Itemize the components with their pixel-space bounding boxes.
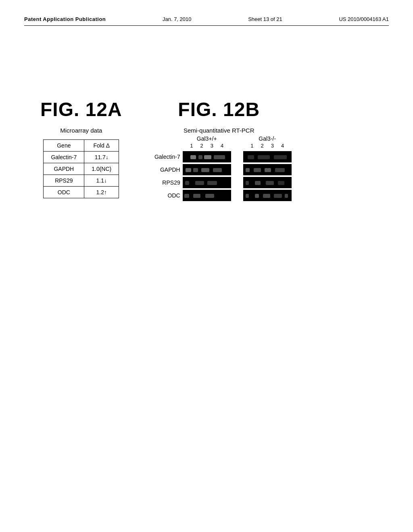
fig-12b-title: FIG. 12B [178, 98, 260, 121]
pcr-lane-numbers: 1 2 3 4 1 2 3 4 [183, 143, 292, 149]
gel-rps29-pos [183, 177, 231, 188]
table-row: GAPDH 1.0(NC) [44, 163, 119, 175]
pcr-gel-rows: Galectin-7 [146, 151, 292, 201]
fig-12b-content: Semi-quantitative RT-PCR Gal3+/+ Gal3-/-… [146, 127, 292, 201]
fold-gapdh: 1.0(NC) [84, 163, 119, 175]
pcr-label-odc: ODC [146, 192, 183, 199]
gel-galectin7-neg [243, 151, 292, 162]
pcr-label-galectin7: Galectin-7 [146, 154, 183, 160]
pcr-gels-odc [183, 190, 292, 201]
lane-2-pos: 2 [200, 143, 203, 149]
pcr-row-galectin7: Galectin-7 [146, 151, 292, 162]
gel-rps29-neg [243, 177, 292, 188]
table-row: Galectin-7 11.7↓ [44, 152, 119, 163]
gel-gapdh-pos [183, 164, 231, 175]
pcr-row-odc: ODC [146, 190, 292, 201]
page-header: Patent Application Publication Jan. 7, 2… [24, 16, 389, 26]
lane-4-pos: 4 [221, 143, 223, 149]
gene-galectin7: Galectin-7 [44, 152, 84, 163]
lane-nums-pos: 1 2 3 4 [183, 143, 231, 149]
fig-12b: FIG. 12B Semi-quantitative RT-PCR Gal3+/… [146, 98, 292, 201]
lane-3-neg: 3 [271, 143, 274, 149]
gene-odc: ODC [44, 187, 84, 198]
lane-4-neg: 4 [281, 143, 284, 149]
header-patent: US 2010/0004163 A1 [339, 16, 389, 22]
table-row: ODC 1.2↑ [44, 187, 119, 198]
header-date: Jan. 7, 2010 [163, 16, 192, 22]
table-row: RPS29 1.1↓ [44, 175, 119, 187]
fig-12a: FIG. 12A Microarray data Gene Fold Δ Gal… [40, 98, 122, 198]
col-header-gene: Gene [44, 140, 84, 152]
figures-container: FIG. 12A Microarray data Gene Fold Δ Gal… [24, 98, 389, 201]
gal3-pos-label: Gal3+/+ [183, 135, 231, 142]
pcr-label-rps29: RPS29 [146, 179, 183, 186]
fold-odc: 1.2↑ [84, 187, 119, 198]
gel-odc-neg [243, 190, 292, 201]
header-sheet: Sheet 13 of 21 [248, 16, 282, 22]
fig-12a-subtitle: Microarray data [60, 127, 102, 134]
pcr-gels-rps29 [183, 177, 292, 188]
gene-rps29: RPS29 [44, 175, 84, 187]
lane-1-neg: 1 [250, 143, 253, 149]
lane-2-neg: 2 [261, 143, 263, 149]
gal3-neg-label: Gal3-/- [243, 135, 292, 142]
pcr-row-gapdh: GAPDH [146, 164, 292, 175]
page: Patent Application Publication Jan. 7, 2… [0, 0, 413, 532]
col-header-fold: Fold Δ [84, 140, 119, 152]
pcr-gels-galectin7 [183, 151, 292, 162]
pcr-title: Semi-quantitative RT-PCR [146, 127, 292, 134]
gel-galectin7-pos [183, 151, 231, 162]
lane-1-pos: 1 [190, 143, 193, 149]
gel-gapdh-neg [243, 164, 292, 175]
lane-nums-neg: 1 2 3 4 [243, 143, 292, 149]
gel-odc-pos [183, 190, 231, 201]
fig-12a-title: FIG. 12A [40, 98, 122, 121]
pcr-group-labels: Gal3+/+ Gal3-/- [183, 135, 292, 142]
pcr-gels-gapdh [183, 164, 292, 175]
fold-galectin7: 11.7↓ [84, 152, 119, 163]
fold-rps29: 1.1↓ [84, 175, 119, 187]
pcr-row-rps29: RPS29 [146, 177, 292, 188]
lane-3-pos: 3 [211, 143, 213, 149]
header-publication-label: Patent Application Publication [24, 16, 106, 22]
gene-gapdh: GAPDH [44, 163, 84, 175]
pcr-label-gapdh: GAPDH [146, 166, 183, 173]
microarray-table: Gene Fold Δ Galectin-7 11.7↓ GAPDH 1.0(N… [43, 139, 119, 198]
